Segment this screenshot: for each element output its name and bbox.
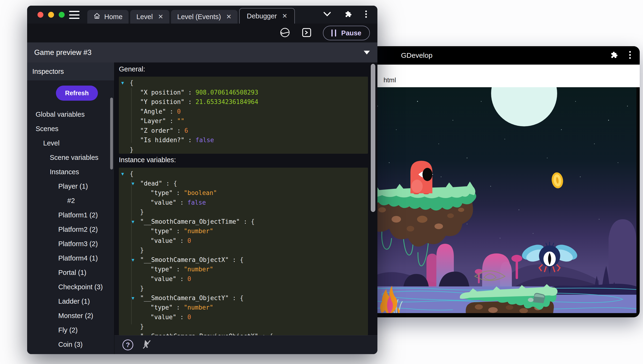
close-tab-icon[interactable]: ✕ (282, 13, 288, 19)
code-token: { (130, 170, 134, 177)
hamburger-menu-icon[interactable] (69, 11, 80, 19)
code-token: "__SmoothCamera_PreviousObjectX" (140, 333, 258, 335)
tab-level-events[interactable]: Level (Events) ✕ (171, 10, 238, 24)
tree-item-portal-1-[interactable]: Portal (1) (27, 266, 114, 280)
tree-item-global-variables[interactable]: Global variables (27, 107, 114, 122)
code-token: } (140, 246, 144, 254)
tree-item-scenes[interactable]: Scenes (27, 122, 114, 136)
tab-label: Level (Events) (177, 13, 221, 21)
collapse-expander-icon[interactable]: ▼ (132, 334, 140, 335)
code-token: "number" (184, 304, 213, 311)
code-token: "type" (151, 228, 173, 234)
code-line: } (119, 246, 368, 255)
tree-item-fly-2-[interactable]: Fly (2) (27, 323, 114, 337)
inspector-tree: Global variablesScenesLevelScene variabl… (27, 107, 114, 354)
close-window-button[interactable] (38, 12, 44, 18)
tree-item-platform3-2-[interactable]: Platform3 (2) (27, 237, 114, 251)
chevron-down-icon[interactable] (323, 12, 331, 18)
tab-debugger[interactable]: Debugger ✕ (239, 8, 295, 24)
code-line: "type" : "number" (119, 303, 368, 312)
debugger-bottombar: ? (114, 335, 377, 354)
code-token: "number" (184, 228, 213, 234)
address-bar[interactable]: html (368, 64, 640, 87)
code-token: : (240, 218, 251, 225)
traffic-lights (38, 12, 65, 18)
tab-level[interactable]: Level ✕ (130, 10, 169, 24)
code-line: "value" : 0 (119, 236, 368, 246)
collapse-expander-icon[interactable]: ▼ (121, 171, 130, 176)
profiler-gauge-icon[interactable] (280, 27, 290, 39)
code-token: : (176, 314, 188, 320)
code-line: ▼"__SmoothCamera_ObjectX" : { (119, 255, 368, 265)
close-tab-icon[interactable]: ✕ (158, 14, 164, 20)
tab-bar: Home Level ✕ Level (Events) ✕ Debugger ✕ (87, 8, 295, 24)
console-icon[interactable] (302, 28, 312, 38)
sidebar-scrollbar[interactable] (110, 98, 113, 170)
tree-item-platform2-2-[interactable]: Platform2 (2) (27, 222, 114, 237)
tree-item-coin-3-[interactable]: Coin (3) (27, 337, 114, 352)
help-icon[interactable]: ? (122, 340, 133, 350)
pause-icon (331, 30, 336, 36)
tree-item-instances[interactable]: Instances (27, 165, 114, 179)
collapse-expander-icon[interactable]: ▼ (132, 181, 140, 186)
window-titlebar: Home Level ✕ Level (Events) ✕ Debugger ✕ (27, 6, 377, 24)
game-canvas[interactable] (368, 87, 636, 313)
tree-item-platform1-2-[interactable]: Platform1 (2) (27, 208, 114, 222)
code-token: { (130, 79, 134, 86)
detail-panel-scrollbar[interactable] (371, 64, 375, 212)
general-properties-json: ▼{"X position" : 908.0706146508293"Y pos… (119, 76, 368, 154)
tree-item--2[interactable]: #2 (27, 194, 114, 208)
code-token: : (258, 333, 269, 335)
indent-guide (131, 88, 132, 143)
refresh-button[interactable]: Refresh (56, 86, 98, 101)
code-line: } (119, 207, 368, 217)
close-tab-icon[interactable]: ✕ (226, 14, 232, 20)
code-token: : (185, 136, 196, 144)
extensions-puzzle-icon[interactable] (344, 10, 352, 19)
address-text: html (384, 76, 396, 84)
general-section-label: General: (119, 65, 145, 73)
tree-item-level[interactable]: Level (27, 136, 114, 150)
tree-item-ladder-1-[interactable]: Ladder (1) (27, 294, 114, 308)
tab-home[interactable]: Home (87, 10, 129, 24)
collapse-expander-icon[interactable]: ▼ (121, 80, 130, 85)
code-token: { (251, 218, 255, 225)
code-token: "boolean" (184, 189, 217, 196)
indent-guide (131, 179, 132, 324)
code-token: : (162, 180, 173, 187)
code-token: { (269, 333, 273, 335)
code-line: ▼{ (119, 169, 368, 179)
preview-titlebar: GDevelop (368, 46, 640, 64)
preview-selector-title: Game preview #3 (34, 48, 92, 57)
tree-item-platform4-1-[interactable]: Platform4 (1) (27, 251, 114, 266)
code-token: : (173, 189, 184, 196)
code-token: "Is hidden?" (140, 136, 185, 144)
more-menu-icon[interactable] (629, 50, 631, 60)
kebab-menu-icon[interactable] (365, 10, 367, 19)
preview-selector[interactable]: Game preview #3 (27, 42, 377, 62)
code-token: 0 (188, 275, 191, 282)
extensions-puzzle-icon[interactable] (610, 51, 618, 60)
no-pick-cursor-icon[interactable] (142, 339, 152, 351)
collapse-expander-icon[interactable]: ▼ (132, 219, 140, 224)
code-token: "value" (151, 237, 176, 244)
collapse-expander-icon[interactable]: ▼ (132, 296, 140, 300)
tree-item-monsterpatrol[interactable]: MonsterPatrol (27, 352, 114, 354)
code-token: "__SmoothCamera_ObjectX" (140, 256, 229, 263)
tree-item-scene-variables[interactable]: Scene variables (27, 150, 114, 165)
debugger-toolbar: Pause (27, 24, 377, 42)
tree-item-checkpoint-3-[interactable]: Checkpoint (3) (27, 280, 114, 294)
pause-button[interactable]: Pause (323, 26, 370, 40)
code-line: "Angle" : 0 (119, 107, 368, 116)
tree-item-monster-2-[interactable]: Monster (2) (27, 308, 114, 323)
code-token: : (229, 256, 240, 263)
code-token: : (185, 98, 196, 106)
code-line: "value" : false (119, 198, 368, 208)
code-token: "number" (184, 266, 213, 273)
maximize-window-button[interactable] (59, 12, 65, 18)
tree-item-player-1-[interactable]: Player (1) (27, 179, 114, 194)
code-line: ▼"dead" : { (119, 179, 368, 188)
code-token: "dead" (140, 180, 162, 187)
minimize-window-button[interactable] (48, 12, 54, 18)
collapse-expander-icon[interactable]: ▼ (132, 257, 140, 262)
